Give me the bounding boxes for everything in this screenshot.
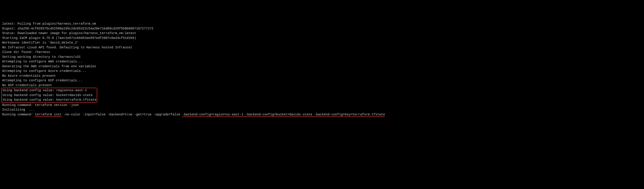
- log-line: Running command: terraform version -json: [2, 103, 642, 108]
- log-line: Attempting to configure Azure credential…: [2, 69, 642, 74]
- command-prefix: Running command:: [2, 113, 35, 116]
- log-line: Starting IaCM plugin 0.75.0 (7aec1e671cb…: [2, 36, 642, 41]
- log-line: latest: Pulling from plugins/harness_ter…: [2, 21, 642, 26]
- log-line: Status: Downloaded newer image for plugi…: [2, 31, 642, 36]
- terraform-init-underline: terraform init: [35, 113, 62, 117]
- log-line: Attempting to configure GCP credentials.…: [2, 78, 642, 83]
- log-line: Setting working directory to /harness/s3…: [2, 55, 642, 60]
- log-line: No GCP credentials present: [2, 83, 642, 88]
- log-line: Using backend config value: region=us-ea…: [2, 88, 96, 93]
- backend-config-underline: -backend-config=region=us-east-1 -backen…: [182, 113, 385, 117]
- log-line: Workspace identifier is 'david_delete_2': [2, 40, 642, 45]
- log-line: Clone dir found: /harness: [2, 50, 642, 55]
- log-line: Digest: sha256:4cf026575cd52590a195c2dc0…: [2, 26, 642, 31]
- log-line: No Azure credentials present: [2, 74, 642, 78]
- log-line: No Infracost cloud API found. Defaulting…: [2, 45, 642, 50]
- terminal-output: latest: Pulling from plugins/harness_ter…: [2, 21, 642, 117]
- log-line: Initializing ...: [2, 107, 642, 112]
- backend-config-highlight-box: Using backend config value: region=us-ea…: [1, 88, 97, 103]
- log-line: Using backend config value: bucket=david…: [2, 93, 96, 98]
- terraform-init-command-line: Running command: terraform init -no-colo…: [2, 112, 642, 117]
- log-line: Attempting to configure AWS credentials.…: [2, 59, 642, 64]
- log-line: Generating the AWS credentials from env …: [2, 64, 642, 69]
- command-flags: -no-color -input=false -backend=true -ge…: [62, 113, 182, 116]
- log-line: Using backend config value: key=terrafor…: [2, 98, 96, 102]
